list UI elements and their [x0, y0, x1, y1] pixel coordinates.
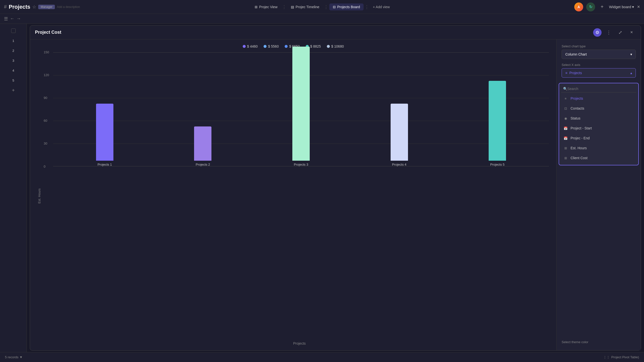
modal-expand-button[interactable]: ⤢ [616, 28, 624, 37]
chart-container: Est. Hours [38, 52, 549, 346]
legend-value-5: $ 10680 [331, 44, 344, 48]
row-number-2: 2 [12, 49, 14, 52]
x-axis-section: Select X axis ≡ Projects ▴ [562, 63, 636, 79]
bottom-bar: 5 records ▼ ⋮⋮ Project Pivot Table) [0, 352, 644, 362]
modal-close-button[interactable]: × [627, 28, 636, 37]
top-bar-left: # Projects ☆ Manager Add a description [4, 4, 163, 10]
dropdown-item-projec-end[interactable]: 📅 Projec - End [559, 133, 638, 143]
plus-button[interactable]: + [598, 3, 606, 11]
bar-2 [194, 126, 212, 161]
widget-board-button[interactable]: Widget board ▾ [609, 5, 634, 9]
expand-icon: ⤢ [618, 30, 622, 35]
menu-toggle-button[interactable]: ☰ [4, 16, 8, 21]
row-number-4: 4 [12, 69, 14, 72]
y-label-30: 30 [44, 142, 47, 145]
theme-color-section: Select theme color [562, 340, 636, 346]
bar-4 [390, 104, 408, 161]
project-title: Projects [9, 4, 30, 10]
add-view-button[interactable]: + Add view [370, 3, 393, 10]
sidebar-row-1[interactable]: 1 [0, 36, 26, 46]
row-number-3: 3 [12, 59, 14, 62]
dropdown-item-status[interactable]: ◉ Status [559, 113, 638, 123]
chart-type-section: Select chart type Column Chart ▾ [562, 44, 636, 59]
tab-project-view[interactable]: ⊞ Projec View [251, 3, 281, 10]
dropdown-search-wrapper: 🔍 [561, 85, 636, 92]
avatar: A [574, 2, 583, 11]
dropdown-status-icon: ◉ [563, 116, 568, 121]
x-axis-open-selector[interactable]: ≡ Projects ▴ [562, 68, 636, 78]
dropdown-item-contacts[interactable]: ⊡ Contacts [559, 103, 638, 113]
bar-1 [96, 104, 114, 161]
dropdown-projects-icon: ≡ [563, 96, 568, 101]
star-icon[interactable]: ☆ [32, 4, 36, 10]
legend-dot-3 [285, 45, 288, 48]
back-button[interactable]: ← [10, 16, 14, 21]
modal-settings-button[interactable]: ⚙ [593, 28, 602, 37]
row-number-1: 1 [12, 39, 14, 43]
forward-button[interactable]: → [16, 16, 21, 21]
bar-label-4: Projects 4 [392, 163, 406, 166]
legend-value-2: $ 5560 [268, 44, 279, 48]
dropdown-client-cost-label: Client Cost [570, 156, 588, 160]
chart-type-select[interactable]: Column Chart ▾ [562, 49, 636, 59]
sidebar-row-3[interactable]: 3 [0, 55, 26, 65]
bar-group-4: Projects 4 [390, 104, 408, 166]
project-hash-icon: # [4, 4, 7, 10]
close-top-button[interactable]: × [637, 4, 640, 10]
bar-group-2: Projects 2 [194, 126, 212, 166]
tab-projec-timeline[interactable]: ▤ Projec Timeline [288, 3, 323, 10]
dropdown-item-client-cost[interactable]: ⊞ Client Cost [559, 153, 638, 163]
search-icon: 🔍 [563, 87, 567, 91]
legend-item-1: $ 4460 [243, 44, 258, 48]
records-chevron: ▼ [19, 355, 22, 359]
records-button[interactable]: 5 records ▼ [5, 355, 22, 359]
sidebar-header-row [0, 26, 26, 36]
modal-body: $ 4460 $ 5560 $ 6650 $ 8825 [30, 39, 641, 350]
sidebar-row-4[interactable]: 4 [0, 65, 26, 75]
tab-separator-1: ⋮ [282, 4, 286, 10]
chart-type-label: Select chart type [562, 44, 636, 48]
sidebar: 1 2 3 4 5 + [0, 24, 27, 352]
bar-label-3: Projects 3 [294, 163, 308, 166]
nav-tabs: ⊞ Projec View ⋮ ▤ Projec Timeline ⋮ ⊟ Pr… [163, 3, 481, 10]
dropdown-project-start-label: Project - Start [570, 126, 592, 130]
bar-group-1: Projects 1 [96, 104, 114, 166]
dropdown-item-projects[interactable]: ≡ Projects [559, 93, 638, 103]
modal-header-icons: ⚙ ⋮ ⤢ × [593, 28, 636, 37]
refresh-button[interactable]: ↻ [586, 2, 595, 11]
bar-group-3: Projects 3 [292, 47, 310, 166]
tab-board-label: Projects Board [337, 5, 360, 9]
y-axis-label: Est. Hours [38, 188, 41, 204]
projec-view-icon: ⊞ [254, 5, 258, 9]
dropdown-status-label: Status [570, 116, 580, 120]
pivot-button[interactable]: ⋮⋮ Project Pivot Table) [603, 355, 639, 359]
tab-projects-board[interactable]: ⊟ Projects Board [329, 3, 364, 10]
dropdown-projec-end-label: Projec - End [570, 136, 590, 140]
tab-separator-3: ⋮ [364, 4, 369, 10]
top-bar-right: A ↻ + Widget board ▾ × [481, 2, 640, 11]
x-axis-field-value: Projects [569, 71, 582, 75]
header-checkbox[interactable] [11, 28, 16, 33]
modal-more-button[interactable]: ⋮ [604, 28, 613, 37]
dropdown-projec-end-icon: 📅 [563, 136, 568, 141]
sidebar-row-5[interactable]: 5 [0, 75, 26, 85]
records-label: 5 records [5, 355, 18, 359]
legend-item-2: $ 5560 [264, 44, 279, 48]
bar-label-1: Projects 1 [98, 163, 112, 166]
dropdown-contacts-icon: ⊡ [563, 106, 568, 111]
sidebar-row-2[interactable]: 2 [0, 46, 26, 55]
dropdown-item-est-hours[interactable]: ⊞ Est. Hours [559, 143, 638, 153]
settings-icon: ⚙ [595, 30, 599, 35]
sidebar-add-row[interactable]: + [0, 85, 26, 95]
bar-3 [292, 47, 310, 161]
y-label-150: 150 [44, 50, 49, 54]
chart-inner: Est. Hours [38, 52, 549, 340]
dropdown-item-project-start[interactable]: 📅 Project - Start [559, 123, 638, 133]
dropdown-contacts-label: Contacts [570, 106, 584, 110]
dropdown-est-hours-icon: ⊞ [563, 146, 568, 150]
add-description[interactable]: Add a description [57, 5, 80, 9]
widget-modal: Project Cost ⚙ ⋮ ⤢ × [30, 25, 641, 351]
tab-project-view-label: Projec View [259, 5, 278, 9]
x-axis-chevron-up: ▴ [630, 71, 632, 75]
dropdown-search-input[interactable] [567, 87, 634, 91]
